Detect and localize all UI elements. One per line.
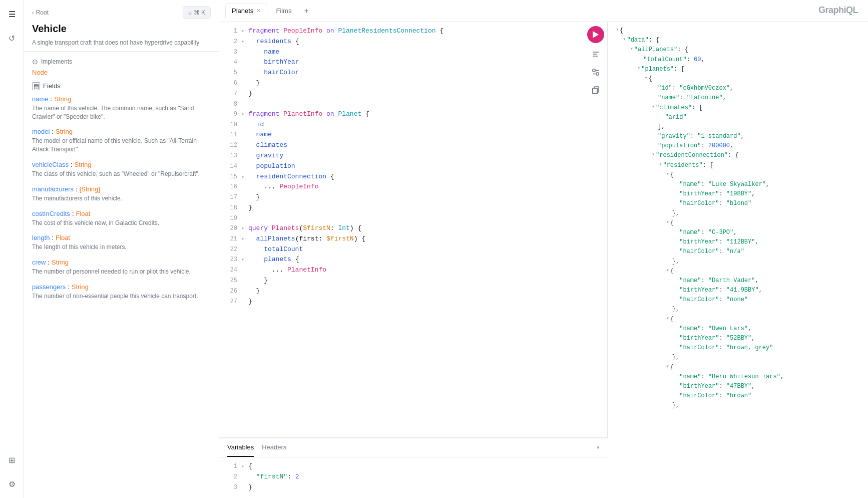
field-link-vehicleClass[interactable]: vehicleClass: [32, 161, 69, 168]
result-line-11: "gravity": "1 standard",: [616, 132, 860, 141]
result-line-27: "birthYear": "41.9BBY",: [616, 286, 860, 295]
field-item-model: model : String The model or official nam…: [32, 128, 211, 154]
copy-icon[interactable]: [589, 83, 603, 97]
result-line-28: "hairColor": "none": [616, 295, 860, 305]
code-line-27: 27}: [219, 297, 584, 307]
result-line-6: "id": "cGxhbmV0czox",: [616, 84, 860, 93]
code-line-1: 1▾fragment PeopleInfo on PlanetResidents…: [219, 26, 584, 37]
code-line-11: 11 name: [219, 130, 584, 140]
field-link-model[interactable]: model: [32, 128, 50, 135]
code-line-7: 7}: [219, 89, 584, 99]
editor-top: 1▾fragment PeopleInfo on PlanetResidents…: [219, 22, 608, 438]
line-content-12: climates: [248, 140, 580, 151]
line-content-22: totalCount: [248, 244, 580, 255]
field-desc-crew: The number of personnel needed to run or…: [32, 268, 211, 276]
field-link-costInCredits[interactable]: costInCredits: [32, 210, 70, 217]
field-link-name[interactable]: name: [32, 95, 49, 103]
field-type-costInCredits: Float: [76, 210, 91, 217]
left-navigation: ☰ ↺ ⊞ ⚙: [0, 0, 24, 498]
result-line-8: ▾"climates": [: [616, 103, 860, 113]
var-line-2: 2 "firstN": 2: [219, 472, 608, 482]
field-desc-model: The model or official name of this vehic…: [32, 137, 211, 154]
line-number-8: 8: [223, 99, 237, 109]
line-arrow-2: ▾: [241, 37, 246, 46]
field-name-manufacturers: manufacturers : [String]: [32, 185, 211, 193]
result-line-13: ▾"residentConnection": {: [616, 151, 860, 160]
implements-link[interactable]: Node: [32, 69, 211, 76]
result-line-20: ▾{: [616, 218, 860, 228]
line-content-6: }: [248, 78, 580, 89]
settings-icon[interactable]: ⚙: [4, 476, 20, 492]
code-line-6: 6 }: [219, 78, 584, 89]
breadcrumb-root[interactable]: Root: [36, 9, 49, 16]
line-number-25: 25: [223, 276, 237, 286]
field-desc-costInCredits: The cost of this vehicle new, in Galacti…: [32, 219, 211, 227]
line-content-21: allPlanets(first: $firstN) {: [248, 234, 580, 244]
line-arrow-25: [241, 276, 246, 277]
field-type-model: String: [56, 128, 73, 135]
code-line-4: 4 birthYear: [219, 57, 584, 68]
result-line-30: ▾{: [616, 315, 860, 324]
editor-toolbar: [584, 22, 608, 437]
line-number-1: 1: [223, 26, 237, 36]
graphiql-branding: GraphiQL: [818, 5, 858, 16]
line-arrow-8: [241, 99, 246, 101]
run-button[interactable]: [587, 26, 604, 43]
tab-planets[interactable]: Planets✕: [225, 4, 267, 18]
line-content-11: name: [248, 130, 580, 140]
result-line-19: },: [616, 209, 860, 218]
implements-icon: ⊙: [32, 58, 38, 66]
line-arrow-6: [241, 78, 246, 80]
field-link-length[interactable]: length: [32, 234, 50, 241]
code-line-26: 26 }: [219, 286, 584, 297]
result-line-37: "birthYear": "47BBY",: [616, 382, 860, 391]
result-line-33: "hairColor": "brown, grey": [616, 343, 860, 353]
var-arrow-1: ▾: [241, 461, 246, 471]
tab-add-button[interactable]: +: [300, 5, 312, 18]
line-arrow-7: [241, 89, 246, 90]
variables-chevron[interactable]: ▾: [597, 444, 600, 451]
variables-code[interactable]: 1▾{2 "firstN": 23}: [219, 457, 608, 496]
sidebar: ‹ Root ⌕ ⌘ K Vehicle A single transport …: [24, 0, 219, 498]
line-number-24: 24: [223, 265, 237, 275]
code-editor[interactable]: 1▾fragment PeopleInfo on PlanetResidents…: [219, 22, 584, 437]
field-desc-manufacturers: The manufacturers of this vehicle.: [32, 194, 211, 203]
var-line-1: 1▾{: [219, 461, 608, 472]
search-bar[interactable]: ⌕ ⌘ K: [183, 6, 211, 19]
field-link-crew[interactable]: crew: [32, 259, 46, 266]
document-icon[interactable]: ☰: [4, 6, 20, 22]
sidebar-header: ‹ Root ⌕ ⌘ K Vehicle A single transport …: [24, 0, 219, 52]
plugin-icon[interactable]: ⊞: [4, 452, 20, 468]
line-arrow-26: [241, 286, 246, 288]
line-arrow-27: [241, 297, 246, 298]
result-line-24: },: [616, 257, 860, 267]
editor-main: 1▾fragment PeopleInfo on PlanetResidents…: [219, 22, 868, 498]
line-arrow-13: [241, 151, 246, 152]
code-line-15: 15▾ residentConnection {: [219, 172, 584, 182]
tab-bar: Planets✕Films +: [219, 0, 868, 22]
sidebar-content: ⊙ Implements Node ▤ Fields name : String…: [24, 52, 219, 498]
line-number-5: 5: [223, 68, 237, 78]
result-line-17: "birthYear": "19BBY",: [616, 189, 860, 199]
field-link-passengers[interactable]: passengers: [32, 283, 66, 291]
line-content-2: residents {: [248, 37, 580, 47]
result-panel: ▾{ ▾"data": { ▾"allPlanets": { "totalCou…: [608, 22, 868, 498]
var-line-num-2: 2: [223, 472, 237, 482]
search-icon: ⌕: [188, 9, 192, 16]
field-type-passengers: String: [72, 283, 89, 291]
prettify-icon[interactable]: [589, 47, 603, 61]
line-number-17: 17: [223, 192, 237, 202]
tab-films[interactable]: Films: [269, 4, 298, 18]
merge-icon[interactable]: [589, 65, 603, 79]
history-icon[interactable]: ↺: [4, 30, 20, 46]
result-line-31: "name": "Owen Lars",: [616, 324, 860, 334]
variables-tab[interactable]: Variables: [227, 438, 254, 457]
line-number-11: 11: [223, 130, 237, 140]
result-line-2: ▾"allPlanets": {: [616, 45, 860, 55]
field-link-manufacturers[interactable]: manufacturers: [32, 185, 74, 193]
tab-close-planets[interactable]: ✕: [256, 8, 261, 14]
svg-rect-1: [593, 69, 595, 72]
headers-tab[interactable]: Headers: [262, 438, 286, 457]
line-arrow-16: [241, 182, 246, 183]
result-line-34: },: [616, 353, 860, 362]
